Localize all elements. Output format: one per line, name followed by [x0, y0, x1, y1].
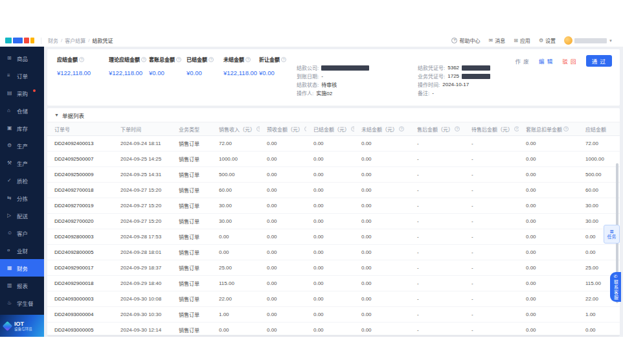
table-cell: 销售订单 [172, 233, 212, 240]
approve-button[interactable]: 通 过 [586, 55, 612, 67]
help-center-button[interactable]: ? 帮助中心 [451, 37, 480, 44]
info-icon[interactable]: ? [281, 57, 286, 62]
breadcrumb-item[interactable]: 结款凭证 [92, 37, 113, 44]
table-row[interactable]: DD240929000172024-09-29 18:37销售订单25.000.… [47, 260, 620, 276]
table-row[interactable]: DD240925000072024-09-25 14:25销售订单1000.00… [47, 152, 620, 167]
sidebar-item-customer[interactable]: ☺客户 [0, 224, 44, 242]
column-header: 订单号 [47, 126, 113, 133]
table-cell: 1000.00 [578, 156, 616, 162]
logo-title: IOT [14, 321, 32, 327]
sidebar-item-goods[interactable]: ⊞商品 [0, 49, 44, 67]
table-row[interactable]: DD240928000032024-09-28 17:53销售订单0.000.0… [47, 229, 620, 245]
table-cell: 0.00 [519, 280, 578, 286]
info-icon[interactable]: ? [209, 57, 214, 62]
sidebar-item-bizfin[interactable]: ¤业财 [0, 242, 44, 259]
info-icon[interactable]: ? [176, 57, 181, 62]
info-icon[interactable]: ? [514, 126, 519, 131]
info-icon[interactable]: ? [399, 126, 404, 131]
sidebar-item-production2[interactable]: ⚒生产 [0, 154, 44, 172]
table-cell: 115.00 [212, 280, 260, 286]
table-cell: 销售订单 [172, 218, 212, 225]
sidebar-item-inventory[interactable]: ▣库存 [0, 119, 44, 137]
messages-button[interactable]: ✉ 消息 [488, 37, 505, 44]
table-cell: 2024-09-27 15:20 [113, 218, 172, 224]
table-cell: 0.00 [354, 280, 410, 286]
table-cell: 2024-09-24 18:11 [113, 141, 172, 146]
sidebar-item-label: 库存 [17, 124, 28, 132]
breadcrumb-item[interactable]: 客户结算 [65, 37, 85, 44]
table-cell: 2024-09-27 15:20 [113, 187, 172, 193]
sidebar-item-delivery[interactable]: ▷配送 [0, 207, 44, 224]
apps-button[interactable]: ⊞ 应用 [514, 37, 530, 44]
table-cell: 0.00 [306, 141, 354, 146]
table-cell: - [464, 265, 519, 271]
table-cell: - [410, 141, 464, 146]
delivery-icon: ▷ [7, 212, 13, 218]
breadcrumb-item[interactable]: 财务 [48, 37, 58, 44]
table-cell: - [464, 234, 519, 240]
table-row[interactable]: DD240924000132024-09-24 18:11销售订单72.000.… [47, 136, 620, 152]
horizontal-scrollbar[interactable] [47, 335, 620, 337]
table-row[interactable]: DD240927000192024-09-27 15:20销售订单30.000.… [47, 198, 620, 214]
stat-label: 理论应结金额? [109, 56, 149, 63]
sidebar-item-finance[interactable]: ▦财务 [0, 259, 44, 277]
chevron-down-icon: ▼ [609, 39, 613, 43]
table-cell: 2024-09-25 14:25 [113, 156, 172, 162]
info-row: 业务凭证号:1725 [418, 72, 490, 80]
settings-button[interactable]: ⚙ 设置 [539, 37, 556, 44]
meal-icon: ♨ [7, 300, 13, 306]
table-cell: 0.00 [306, 234, 354, 240]
sidebar-item-warehouse[interactable]: ⌂仓储 [0, 102, 44, 119]
info-icon[interactable]: ? [245, 57, 251, 62]
edit-button[interactable]: 编 辑 [539, 57, 553, 65]
table-cell: 2024-09-25 14:31 [113, 172, 172, 177]
diamond-logo-icon [3, 321, 13, 331]
table-cell: 0.00 [260, 218, 306, 224]
table-row[interactable]: DD240929000182024-09-29 18:40销售订单115.000… [47, 276, 620, 291]
table-cell: 1.00 [578, 312, 616, 317]
stat-label: 折让金额? [259, 56, 290, 63]
sidebar-item-label: 仓储 [17, 107, 28, 115]
info-icon[interactable]: ? [455, 126, 460, 131]
table-row[interactable]: DD240927000182024-09-27 15:20销售订单60.000.… [47, 183, 620, 198]
main-content: 应结金额?¥122,118.00理论应结金额?¥122,118.00套账总金额?… [44, 47, 623, 337]
reject-button[interactable]: 驳 回 [562, 57, 576, 65]
collapse-caret-icon[interactable]: ▼ [54, 113, 59, 117]
sidebar-item-meal[interactable]: ♨学生餐 [0, 294, 44, 312]
table-cell: 0.00 [260, 327, 306, 333]
table-row[interactable]: DD240928000052024-09-28 18:01销售订单0.000.0… [47, 245, 620, 260]
void-button[interactable]: 作 废 [515, 57, 530, 65]
table-cell: 0.00 [519, 203, 578, 209]
table-cell: 0.00 [260, 296, 306, 302]
table-cell: 0.00 [354, 296, 410, 302]
sidebar-item-report[interactable]: ▥报表 [0, 277, 44, 294]
task-float-button[interactable]: ≣ 任务 [604, 225, 620, 244]
info-icon[interactable]: ? [563, 126, 569, 131]
sidebar-item-orders[interactable]: ≡订单 [0, 67, 44, 84]
column-header: 业务类型 [172, 126, 212, 133]
table-cell: 销售订单 [172, 264, 212, 271]
info-icon[interactable]: ? [79, 57, 84, 62]
table-row[interactable]: DD240930000032024-09-30 10:08销售订单22.000.… [47, 291, 620, 307]
sidebar-item-purchase[interactable]: ▤采购 [0, 84, 44, 102]
contact-support-button[interactable]: ✆ 联系客服 [610, 272, 621, 302]
sidebar-item-qc[interactable]: ✓质检 [0, 172, 44, 189]
table-cell: 72.00 [578, 141, 616, 146]
breadcrumb-separator: / [61, 38, 62, 43]
table-row[interactable]: DD240930000042024-09-30 10:30销售订单1.000.0… [47, 307, 620, 323]
sidebar-item-production[interactable]: ⚙生产 [0, 137, 44, 154]
sidebar-item-sorting[interactable]: ⇆分拣 [0, 189, 44, 207]
table-row[interactable]: DD240927000202024-09-27 15:20销售订单30.000.… [47, 214, 620, 229]
settings-label: 设置 [545, 37, 556, 44]
stat-value: ¥122,118.00 [57, 69, 109, 76]
sorting-icon: ⇆ [7, 195, 13, 201]
table-cell: 0.00 [306, 312, 354, 317]
table-cell: 0.00 [306, 265, 354, 271]
notification-dot-icon [33, 89, 36, 92]
column-header: 预收金额（元）? [260, 126, 306, 133]
user-menu[interactable]: ▼ [564, 36, 613, 45]
gear-icon: ⚙ [539, 38, 543, 43]
table-row[interactable]: DD240925000092024-09-25 14:31销售订单500.000… [47, 167, 620, 183]
info-icon[interactable]: ? [141, 57, 146, 62]
table-cell: 0.00 [519, 156, 578, 162]
